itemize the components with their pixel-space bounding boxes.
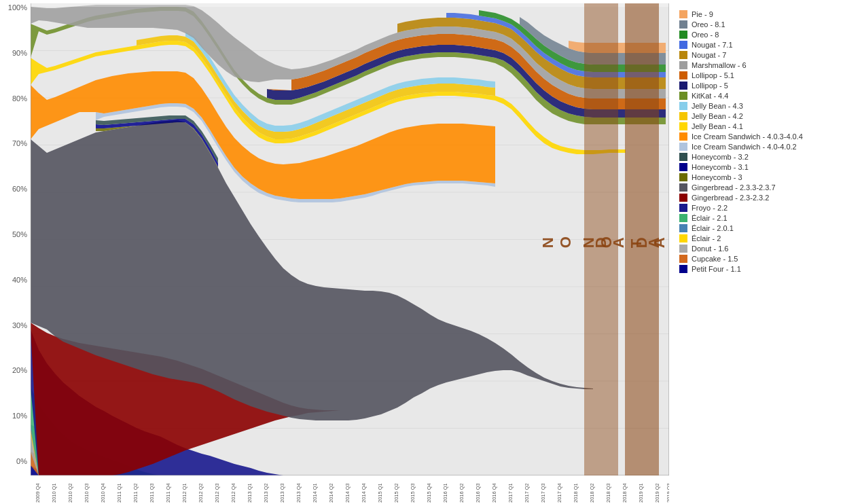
legend-color-honeycomb32: [679, 153, 687, 161]
legend-label-jellybean43: Jelly Bean - 4.3: [692, 102, 743, 110]
legend-label-honeycomb32: Honeycomb - 3.2: [692, 153, 749, 161]
y-label-20: 20%: [12, 366, 27, 374]
no-data-zone-2: NODATA: [625, 3, 659, 475]
y-label-90: 90%: [12, 49, 27, 57]
legend-item-nougat71: Nougat - 7.1: [679, 41, 836, 49]
x-label-2010q2: 2010 Q2: [67, 484, 73, 503]
legend-label-gingerbread232: Gingerbread - 2.3-2.3.2: [692, 194, 769, 202]
legend-color-lollipop51: [679, 71, 687, 79]
x-label-2018q1: 2018 Q1: [573, 484, 579, 503]
x-label-2011q4: 2011 Q4: [165, 484, 171, 503]
x-label-2017q1: 2017 Q1: [507, 484, 514, 503]
x-label-2017q2: 2017 Q2: [524, 484, 530, 503]
y-label-40: 40%: [12, 276, 27, 284]
legend-label-donut16: Donut - 1.6: [692, 245, 728, 253]
legend-color-eclair2: [679, 234, 687, 242]
legend-label-eclair2: Éclair - 2: [692, 234, 721, 242]
legend-color-nougat71: [679, 41, 687, 49]
legend-color-eclair21: [679, 214, 687, 222]
legend-item-lollipop5: Lollipop - 5: [679, 82, 836, 90]
legend-color-gingerbread232: [679, 194, 687, 202]
chart-area: 100% 90% 80% 70% 60% 50% 40% 30% 20% 10%…: [0, 0, 672, 504]
legend-color-ics4034: [679, 132, 687, 141]
legend-label-lollipop51: Lollipop - 5.1: [692, 71, 734, 79]
legend-color-jellybean43: [679, 102, 687, 110]
x-label-2012q4: 2012 Q4: [230, 484, 236, 503]
x-label-2016q2: 2016 Q2: [459, 484, 465, 503]
legend-label-jellybean42: Jelly Bean - 4.2: [692, 112, 743, 120]
x-label-2011q3: 2011 Q3: [149, 484, 155, 503]
legend-label-eclair201: Éclair - 2.0.1: [692, 224, 734, 232]
legend-color-donut16: [679, 245, 687, 253]
plot-area: NODATA NODATA: [31, 3, 669, 475]
x-label-2010q4: 2010 Q4: [100, 484, 106, 503]
x-label-2013q2: 2013 Q2: [263, 484, 269, 503]
x-label-2013q1: 2013 Q1: [247, 484, 253, 503]
legend-color-ics4002: [679, 143, 687, 151]
legend-color-kitkat44: [679, 92, 687, 100]
x-label-2009q4: 2009 Q4: [35, 484, 41, 503]
legend-label-lollipop5: Lollipop - 5: [692, 82, 728, 90]
legend-item-ics4034: Ice Cream Sandwich - 4.0.3-4.0.4: [679, 132, 836, 141]
legend-item-eclair2: Éclair - 2: [679, 234, 836, 242]
x-label-2012q2: 2012 Q2: [198, 484, 204, 503]
legend-item-gingerbread232: Gingerbread - 2.3-2.3.2: [679, 194, 836, 202]
x-label-2012q3: 2012 Q3: [214, 484, 220, 503]
legend-item-froyo22: Froyo - 2.2: [679, 204, 836, 212]
legend-label-cupcake15: Cupcake - 1.5: [692, 255, 738, 263]
x-label-2013q3: 2013 Q3: [279, 484, 285, 503]
legend-label-gingerbread237: Gingerbread - 2.3.3-2.3.7: [692, 183, 776, 192]
legend-label-froyo22: Froyo - 2.2: [692, 204, 728, 212]
legend-color-honeycomb31: [679, 163, 687, 171]
svg-rect-11: [31, 3, 669, 7]
legend-item-ics4002: Ice Cream Sandwich - 4.0-4.0.2: [679, 143, 836, 151]
legend-color-petitfour11: [679, 265, 687, 273]
legend-item-pie9: Pie - 9: [679, 10, 836, 18]
chart-container: 100% 90% 80% 70% 60% 50% 40% 30% 20% 10%…: [0, 0, 843, 504]
y-label-30: 30%: [12, 321, 27, 329]
legend-color-jellybean41: [679, 122, 687, 130]
x-label-2017q3: 2017 Q3: [540, 484, 546, 503]
x-label-2016q3: 2016 Q3: [475, 484, 481, 503]
legend-label-ics4034: Ice Cream Sandwich - 4.0.3-4.0.4: [692, 132, 803, 141]
legend-item-gingerbread237: Gingerbread - 2.3.3-2.3.7: [679, 183, 836, 192]
legend-label-jellybean41: Jelly Bean - 4.1: [692, 122, 743, 130]
x-label-2018q2: 2018 Q2: [589, 484, 595, 503]
legend-item-honeycomb31: Honeycomb - 3.1: [679, 163, 836, 171]
legend-label-nougat71: Nougat - 7.1: [692, 41, 733, 49]
legend-label-oreo8: Oreo - 8: [692, 31, 719, 39]
legend-item-jellybean42: Jelly Bean - 4.2: [679, 112, 836, 120]
x-label-2019q1: 2019 Q1: [638, 484, 644, 503]
legend-label-kitkat44: KitKat - 4.4: [692, 92, 728, 100]
y-label-60: 60%: [12, 185, 27, 193]
y-label-10: 10%: [12, 412, 27, 420]
legend-color-nougat7: [679, 51, 687, 59]
legend-item-eclair21: Éclair - 2.1: [679, 214, 836, 222]
legend-label-honeycomb31: Honeycomb - 3.1: [692, 163, 749, 171]
x-label-2014q4: 2014 Q4: [361, 484, 367, 503]
legend-item-lollipop51: Lollipop - 5.1: [679, 71, 836, 79]
x-label-2014q1: 2014 Q1: [312, 484, 318, 503]
x-label-2015q4: 2015 Q4: [426, 484, 432, 503]
y-label-70: 70%: [12, 139, 27, 147]
y-label-100: 100%: [8, 3, 27, 12]
x-label-2019q3: 2019 Q3: [666, 484, 669, 503]
x-label-2019q2: 2019 Q2: [654, 484, 660, 503]
legend-item-jellybean43: Jelly Bean - 4.3: [679, 102, 836, 110]
x-label-2016q1: 2016 Q1: [442, 484, 448, 503]
legend-label-nougat7: Nougat - 7: [692, 51, 726, 59]
legend-color-gingerbread237: [679, 183, 687, 192]
legend-color-eclair201: [679, 224, 687, 232]
legend-color-honeycomb3: [679, 173, 687, 181]
legend-color-pie9: [679, 10, 687, 18]
legend-color-jellybean42: [679, 112, 687, 120]
x-label-2015q2: 2015 Q2: [393, 484, 399, 503]
legend-label-honeycomb3: Honeycomb - 3: [692, 173, 742, 181]
legend-color-froyo22: [679, 204, 687, 212]
x-label-2014q2: 2014 Q2: [328, 484, 334, 503]
legend-color-oreo8: [679, 31, 687, 39]
x-label-2010q3: 2010 Q3: [84, 484, 90, 503]
legend-item-cupcake15: Cupcake - 1.5: [679, 255, 836, 263]
x-axis: .xl { position:absolute; font-size:7.5px…: [31, 484, 669, 504]
x-label-2011q1: 2011 Q1: [116, 484, 122, 503]
